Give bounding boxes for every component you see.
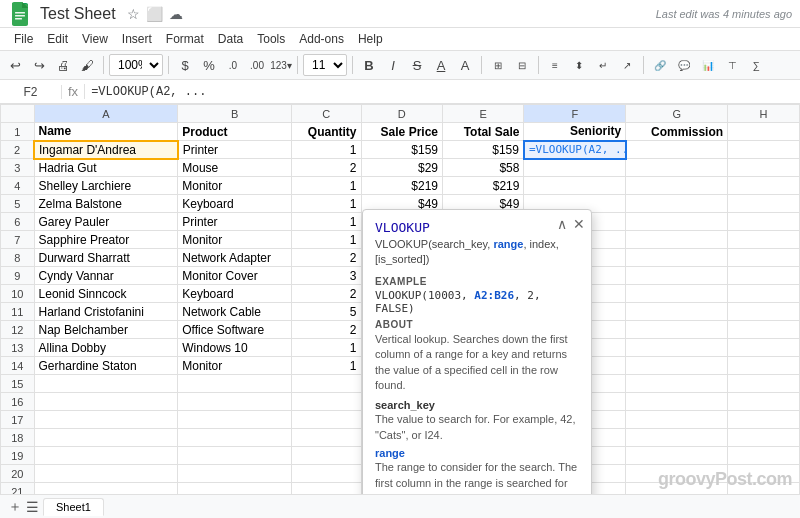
cell[interactable] — [626, 303, 728, 321]
menu-edit[interactable]: Edit — [41, 30, 74, 48]
menu-insert[interactable]: Insert — [116, 30, 158, 48]
zoom-select[interactable]: 100% — [109, 54, 163, 76]
cell[interactable]: Durward Sharratt — [34, 249, 178, 267]
cell[interactable] — [728, 123, 800, 141]
cell[interactable]: 1 — [292, 231, 361, 249]
cell[interactable] — [34, 447, 178, 465]
cell[interactable] — [626, 231, 728, 249]
cell[interactable]: Allina Dobby — [34, 339, 178, 357]
cell[interactable]: Commission — [626, 123, 728, 141]
cell[interactable]: Monitor — [178, 177, 292, 195]
cell[interactable] — [728, 141, 800, 159]
cell[interactable] — [626, 267, 728, 285]
rotate-button[interactable]: ↗ — [616, 54, 638, 76]
cell[interactable] — [626, 249, 728, 267]
cell[interactable] — [292, 393, 361, 411]
cell[interactable] — [626, 429, 728, 447]
cell[interactable] — [728, 177, 800, 195]
merge-button[interactable]: ⊟ — [511, 54, 533, 76]
cell[interactable] — [178, 483, 292, 495]
cell[interactable] — [626, 141, 728, 159]
italic-button[interactable]: I — [382, 54, 404, 76]
cell[interactable] — [178, 465, 292, 483]
cell[interactable]: Leonid Sinncock — [34, 285, 178, 303]
cell-reference-input[interactable] — [0, 85, 62, 99]
cell[interactable] — [292, 429, 361, 447]
menu-help[interactable]: Help — [352, 30, 389, 48]
sheet-tab-1[interactable]: Sheet1 — [43, 498, 104, 516]
strikethrough-button[interactable]: S — [406, 54, 428, 76]
cell[interactable] — [626, 375, 728, 393]
cell[interactable]: Printer — [178, 141, 292, 159]
cell[interactable]: Seniority — [524, 123, 626, 141]
dec-decrease-button[interactable]: .0 — [222, 54, 244, 76]
cell[interactable]: Nap Belchamber — [34, 321, 178, 339]
cell[interactable]: Harland Cristofanini — [34, 303, 178, 321]
cell[interactable] — [728, 159, 800, 177]
cell[interactable] — [728, 411, 800, 429]
cell[interactable]: 1 — [292, 339, 361, 357]
cell[interactable]: $219 — [442, 177, 523, 195]
cell[interactable] — [292, 483, 361, 495]
formula-input[interactable] — [85, 85, 800, 99]
cell[interactable] — [626, 177, 728, 195]
col-header-g[interactable]: G — [626, 105, 728, 123]
col-header-c[interactable]: C — [292, 105, 361, 123]
popup-expand-button[interactable]: ✕ — [573, 216, 585, 232]
cell[interactable] — [626, 357, 728, 375]
cell[interactable] — [728, 393, 800, 411]
cell[interactable] — [728, 249, 800, 267]
cell[interactable]: Windows 10 — [178, 339, 292, 357]
cell[interactable] — [626, 213, 728, 231]
cell[interactable] — [728, 357, 800, 375]
paint-format-button[interactable]: 🖌 — [76, 54, 98, 76]
cell[interactable] — [728, 339, 800, 357]
cell[interactable]: Hadria Gut — [34, 159, 178, 177]
menu-view[interactable]: View — [76, 30, 114, 48]
popup-close-button[interactable]: ∧ — [557, 216, 567, 232]
cell[interactable] — [728, 267, 800, 285]
cell[interactable]: Cyndy Vannar — [34, 267, 178, 285]
cell[interactable] — [524, 177, 626, 195]
cell[interactable]: Office Software — [178, 321, 292, 339]
col-header-d[interactable]: D — [361, 105, 442, 123]
col-header-e[interactable]: E — [442, 105, 523, 123]
menu-format[interactable]: Format — [160, 30, 210, 48]
doc-title[interactable]: Test Sheet — [40, 5, 116, 23]
cell[interactable] — [292, 465, 361, 483]
cell[interactable]: 3 — [292, 267, 361, 285]
cell[interactable]: =VLOOKUP(A2, ... — [524, 141, 626, 159]
cell[interactable] — [728, 321, 800, 339]
cell[interactable] — [626, 411, 728, 429]
cell[interactable]: Monitor Cover — [178, 267, 292, 285]
cell[interactable]: Sapphire Preator — [34, 231, 178, 249]
cell[interactable]: Garey Pauler — [34, 213, 178, 231]
col-header-h[interactable]: H — [728, 105, 800, 123]
cell[interactable] — [626, 321, 728, 339]
menu-file[interactable]: File — [8, 30, 39, 48]
print-button[interactable]: 🖨 — [52, 54, 74, 76]
cell[interactable]: 1 — [292, 357, 361, 375]
cell[interactable]: Keyboard — [178, 285, 292, 303]
cell[interactable] — [178, 393, 292, 411]
undo-button[interactable]: ↩ — [4, 54, 26, 76]
cell[interactable]: 5 — [292, 303, 361, 321]
cell[interactable] — [626, 447, 728, 465]
cell[interactable] — [34, 393, 178, 411]
cell[interactable]: 2 — [292, 159, 361, 177]
cell[interactable]: $29 — [361, 159, 442, 177]
cell[interactable]: Network Cable — [178, 303, 292, 321]
cell[interactable] — [178, 375, 292, 393]
cell[interactable]: $159 — [442, 141, 523, 159]
add-sheet-button[interactable]: ＋ — [8, 498, 22, 516]
cell[interactable] — [34, 411, 178, 429]
cell[interactable]: Sale Price — [361, 123, 442, 141]
cell[interactable] — [728, 375, 800, 393]
cell[interactable] — [524, 159, 626, 177]
cell[interactable]: Gerhardine Staton — [34, 357, 178, 375]
text-color-button[interactable]: A — [454, 54, 476, 76]
cell[interactable]: Shelley Larchiere — [34, 177, 178, 195]
cell[interactable] — [34, 465, 178, 483]
percent-button[interactable]: % — [198, 54, 220, 76]
cell[interactable]: 1 — [292, 195, 361, 213]
